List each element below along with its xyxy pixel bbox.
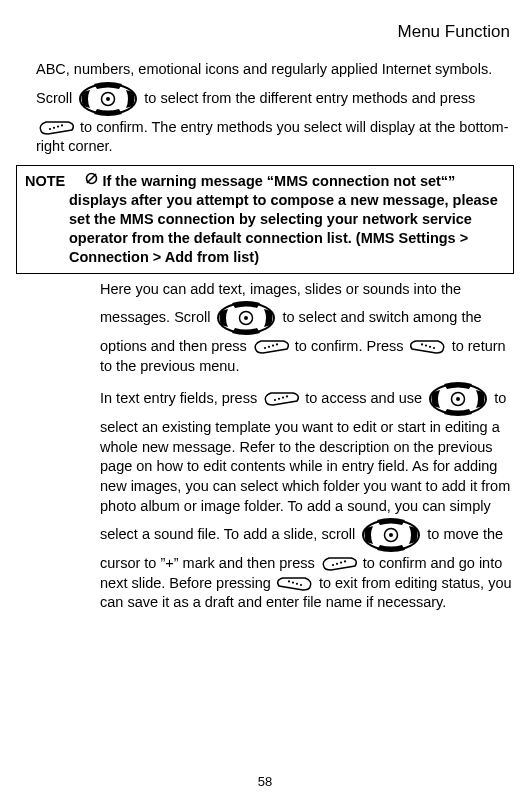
confirm-button-icon: [319, 556, 359, 572]
text: to select from the different entry metho…: [144, 89, 475, 105]
return-button-icon: [408, 339, 448, 355]
note-box: NOTE If the warning message “MMS connect…: [16, 165, 514, 274]
paragraph-body-1: Here you can add text, images, slides or…: [100, 280, 514, 377]
dpad-icon: [76, 80, 140, 118]
text: In text entry fields, press: [100, 390, 261, 406]
dpad-icon: [214, 299, 278, 337]
text: to confirm. Press: [295, 338, 408, 354]
confirm-button-icon: [36, 120, 76, 136]
header-title: Menu Function: [398, 22, 510, 41]
text: to access and use: [305, 390, 426, 406]
confirm-button-icon: [251, 339, 291, 355]
confirm-button-icon: [261, 391, 301, 407]
note-body-rest: displays after you attempt to compose a …: [25, 191, 505, 266]
note-label: NOTE: [25, 173, 65, 189]
empty-set-icon: [85, 171, 98, 190]
page-header: Menu Function: [16, 22, 514, 42]
dpad-icon: [426, 380, 490, 418]
note-body-first: If the warning message “MMS connection n…: [102, 173, 455, 189]
paragraph-intro: ABC, numbers, emotional icons and regula…: [36, 60, 514, 157]
paragraph-body-2: In text entry fields, press to access an…: [100, 380, 514, 613]
text: to confirm. The entry methods you select…: [36, 119, 509, 155]
return-button-icon: [275, 576, 315, 592]
page-number: 58: [0, 774, 530, 789]
dpad-icon: [359, 516, 423, 554]
